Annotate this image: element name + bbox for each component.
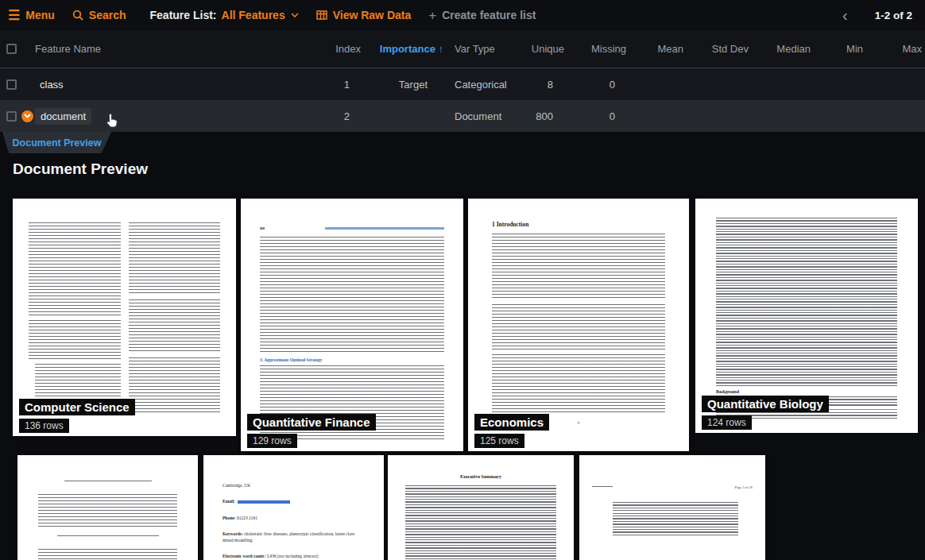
col-feature-name[interactable]: Feature Name: [35, 43, 313, 55]
expand-collapse-icon[interactable]: [21, 110, 33, 122]
cell-index: 2: [313, 110, 361, 122]
document-card[interactable]: Executive Summary: [388, 455, 574, 560]
col-importance[interactable]: Importance ↑: [361, 43, 443, 55]
document-thumbnail: 1 Introduction 9: [468, 199, 689, 425]
feature-name: class: [35, 79, 64, 91]
document-page-header: Page 3 of 36: [734, 485, 753, 489]
document-card-quantitative-biology[interactable]: Background Quantitative Biology 124 rows: [695, 199, 918, 433]
top-toolbar: ☰ Menu Search Feature List: All Features: [0, 0, 925, 30]
menu-label: Menu: [25, 9, 55, 21]
table-header-row: Feature Name Index Importance ↑ Var Type…: [0, 30, 925, 68]
document-section-heading: Background: [716, 389, 897, 394]
view-raw-data-label: View Raw Data: [333, 9, 412, 21]
col-importance-label: Importance: [380, 43, 435, 55]
cell-index: 1: [313, 79, 361, 91]
class-label: Computer Science: [19, 399, 135, 415]
section-title: Document Preview: [13, 160, 148, 178]
row-count-badge: 125 rows: [474, 434, 524, 448]
menu-button[interactable]: ☰ Menu: [8, 9, 55, 22]
feature-row-class[interactable]: class 1 Target Categorical 8 0: [0, 68, 925, 100]
feature-list-dropdown[interactable]: All Features: [222, 9, 299, 21]
col-median[interactable]: Median: [749, 43, 811, 55]
feature-list-value: All Features: [222, 9, 285, 21]
col-missing[interactable]: Missing: [564, 43, 626, 55]
class-label: Economics: [474, 414, 549, 431]
document-card-quantitative-finance[interactable]: 3. Approximate Optimal Strategy Quantita…: [241, 199, 463, 451]
document-card[interactable]: [17, 455, 198, 560]
email-link: [238, 500, 290, 504]
plus-icon: +: [428, 9, 436, 22]
document-thumbnail: Cambridge, UK Email: Phone: 01223 2161 K…: [203, 455, 384, 560]
document-card[interactable]: Cambridge, UK Email: Phone: 01223 2161 K…: [203, 455, 384, 560]
search-button[interactable]: Search: [72, 9, 126, 21]
chevron-down-icon: [291, 13, 299, 17]
col-var-type[interactable]: Var Type: [443, 43, 520, 55]
row-checkbox[interactable]: [6, 79, 17, 90]
feature-list-label: Feature List:: [150, 9, 217, 21]
tab-label: Document Preview: [13, 137, 102, 149]
tab-document-preview[interactable]: Document Preview: [2, 132, 111, 153]
row-checkbox[interactable]: [6, 111, 17, 122]
class-label: Quantitative Biology: [702, 396, 829, 412]
select-all-checkbox[interactable]: [6, 44, 17, 54]
create-feature-list-button[interactable]: + Create feature list: [428, 9, 536, 22]
cell-var-type: Categorical: [443, 79, 520, 91]
document-thumbnail: Background: [695, 199, 918, 420]
feature-name: document: [35, 108, 91, 125]
col-std-dev[interactable]: Std Dev: [683, 43, 749, 55]
class-label: Quantitative Finance: [247, 414, 376, 431]
pagination-label: 1-2 of 2: [875, 10, 912, 21]
col-unique[interactable]: Unique: [520, 43, 564, 55]
document-section-heading: 3. Approximate Optimal Strategy: [260, 357, 444, 362]
create-feature-list-label: Create feature list: [442, 9, 536, 21]
row-count-badge: 129 rows: [247, 434, 297, 448]
pagination-prev-button[interactable]: ‹: [842, 7, 848, 23]
feature-row-document[interactable]: document 2 Document 800 0: [0, 100, 925, 132]
cell-missing: 0: [564, 110, 626, 122]
menu-icon: ☰: [8, 9, 20, 22]
document-card-economics[interactable]: 1 Introduction 9 Economics 125 rows: [468, 199, 689, 451]
cell-missing: 0: [564, 79, 626, 91]
col-min[interactable]: Min: [811, 43, 863, 55]
col-max[interactable]: Max: [863, 43, 925, 55]
document-thumbnail: Page 3 of 36: [579, 455, 765, 535]
document-thumbnail: [17, 455, 198, 560]
cell-importance: Target: [361, 79, 443, 91]
cell-unique: 8: [520, 79, 564, 91]
col-mean[interactable]: Mean: [626, 43, 683, 55]
table-icon: [316, 10, 327, 20]
col-index[interactable]: Index: [313, 43, 361, 55]
row-count-badge: 124 rows: [702, 415, 752, 430]
document-thumbnail: 3. Approximate Optimal Strategy: [241, 199, 463, 442]
row-count-badge: 136 rows: [19, 419, 69, 433]
search-icon: [72, 10, 83, 21]
view-raw-data-button[interactable]: View Raw Data: [316, 9, 412, 21]
cell-unique: 800: [520, 110, 564, 122]
document-section-heading: Executive Summary: [405, 474, 556, 479]
cell-var-type: Document: [443, 110, 520, 122]
document-thumbnail: [29, 222, 220, 413]
app-window: ☰ Menu Search Feature List: All Features: [0, 0, 925, 560]
search-label: Search: [89, 9, 126, 21]
document-thumbnail: Executive Summary: [388, 455, 574, 560]
document-card-computer-science[interactable]: Computer Science 136 rows: [13, 199, 236, 436]
document-card[interactable]: Page 3 of 36: [579, 455, 765, 560]
document-section-heading: 1 Introduction: [492, 221, 665, 228]
